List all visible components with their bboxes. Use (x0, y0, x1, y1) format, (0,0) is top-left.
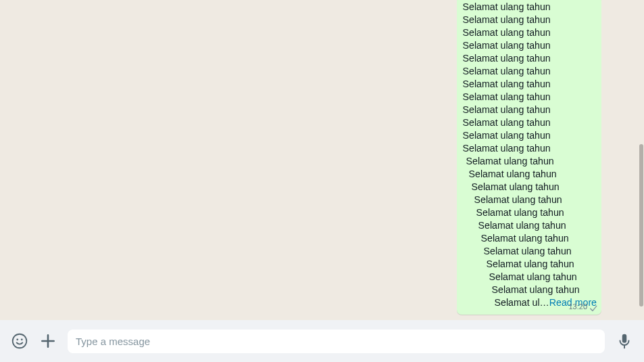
scrollbar-track (639, 0, 644, 320)
svg-point-0 (13, 334, 27, 348)
message-meta: 13:20 (568, 300, 600, 313)
message-line: Selamat ulang tahun (463, 1, 597, 14)
message-line: Selamat ulang tahun (463, 194, 597, 206)
message-line: Selamat ulang tahun (463, 26, 597, 39)
mic-icon[interactable] (616, 332, 633, 350)
message-line: Selamat ulang tahun (463, 245, 597, 258)
message-line: Selamat ulang tahun (463, 14, 597, 26)
message-line: Selamat ulang tahun (463, 232, 597, 245)
outgoing-message-bubble: Selamat ulang tahunSelamat ulang tahunSe… (457, 0, 601, 315)
message-line: Selamat ulang tahun (463, 219, 597, 232)
message-line: Selamat ulang tahun (463, 181, 597, 194)
message-line: Selamat ulang tahun (463, 39, 597, 52)
message-line: Selamat ulang tahun (463, 258, 597, 271)
smiley-icon[interactable] (11, 332, 28, 350)
message-line: Selamat ulang tahun (463, 52, 597, 65)
chat-app: Selamat ulang tahunSelamat ulang tahunSe… (0, 0, 644, 362)
svg-point-1 (16, 338, 18, 340)
message-line: Selamat ulang tahun (463, 206, 597, 219)
message-time: 13:20 (568, 300, 587, 313)
message-line: Selamat ulang tahun (463, 91, 597, 104)
svg-rect-3 (622, 334, 627, 343)
message-line: Selamat ulang tahun (463, 78, 597, 91)
composer-input-wrap (68, 330, 605, 353)
composer-bar (0, 320, 644, 362)
message-input[interactable] (76, 336, 597, 347)
message-line: Selamat ulang tahun (463, 284, 597, 296)
message-line: Selamat ulang tahun (463, 116, 597, 129)
message-line: Selamat ulang tahun (463, 65, 597, 78)
message-line: Selamat ulang tahun (463, 168, 597, 181)
svg-point-2 (21, 338, 23, 340)
scrollbar-thumb[interactable] (639, 144, 643, 307)
message-line: Selamat ulang tahun (463, 104, 597, 116)
chat-scroll-area[interactable]: Selamat ulang tahunSelamat ulang tahunSe… (0, 0, 644, 320)
msg-check-icon (589, 303, 600, 311)
message-line: Selamat ulang tahun (463, 155, 597, 168)
plus-icon[interactable] (39, 332, 57, 350)
message-line: Selamat ulang tahun (463, 129, 597, 142)
message-line: Selamat ulang tahun (463, 271, 597, 284)
message-truncated-text: Selamat ul… (495, 296, 549, 309)
message-line: Selamat ulang tahun (463, 142, 597, 155)
